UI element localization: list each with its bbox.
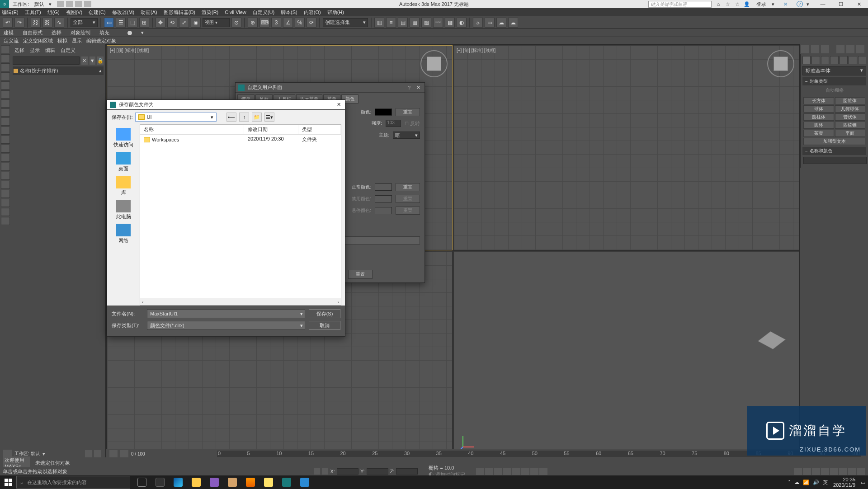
menu-group[interactable]: 组(G)	[47, 9, 60, 16]
tool-icon[interactable]	[1, 108, 10, 117]
tool-icon[interactable]	[1, 90, 10, 99]
taskview-icon[interactable]	[134, 476, 150, 489]
tray-volume-icon[interactable]: 🔊	[813, 480, 819, 485]
up-icon[interactable]: ↑	[239, 113, 249, 122]
close-icon[interactable]: ✕	[335, 101, 342, 108]
tray-ime[interactable]: 英	[823, 479, 828, 486]
view-menu-icon[interactable]: ☰▾	[264, 113, 274, 122]
keyboard-button[interactable]: ⌨	[259, 18, 269, 28]
snap-button[interactable]: 3	[271, 18, 281, 28]
btn-cylinder[interactable]: 圆柱体	[803, 113, 834, 121]
scale-button[interactable]: ⤢	[179, 18, 189, 28]
help-icon[interactable]: ?	[797, 1, 803, 7]
play-icon[interactable]	[476, 468, 484, 475]
filename-input[interactable]: MaxStartUI1▾	[147, 309, 305, 318]
object-name-input[interactable]	[803, 157, 867, 164]
save-button[interactable]: 保存(S)	[309, 309, 340, 318]
menu-help[interactable]: 帮助(H)	[327, 9, 344, 16]
btn-plane[interactable]: 平面	[835, 130, 866, 137]
layer-button[interactable]: ▤	[398, 18, 408, 28]
ws-icon[interactable]	[94, 450, 101, 457]
menu-customize[interactable]: 自定义(U)	[253, 9, 274, 16]
display-tab[interactable]	[840, 56, 848, 64]
login-link[interactable]: 登录	[756, 1, 766, 8]
bind-button[interactable]: ∿	[54, 18, 64, 28]
maximize-button[interactable]: ☐	[832, 0, 850, 8]
col-name[interactable]: 名称	[140, 125, 244, 134]
chevron-down-icon[interactable]: ▾	[42, 451, 45, 457]
menu-view[interactable]: 视图(V)	[66, 9, 83, 16]
tool-icon[interactable]	[1, 136, 10, 144]
nav-icon[interactable]	[821, 468, 829, 475]
ribbon-tab[interactable]: 填充	[99, 29, 109, 36]
app-icon[interactable]	[224, 476, 241, 489]
close-button[interactable]: ✕	[850, 0, 868, 8]
ribbon-button[interactable]: ▧	[421, 18, 431, 28]
select-name-button[interactable]: ☰	[116, 18, 126, 28]
user-icon[interactable]: 👤	[744, 1, 750, 7]
hierarchy-tab[interactable]	[821, 56, 829, 64]
qa-icon[interactable]	[57, 1, 64, 7]
reset-button[interactable]: 重置	[396, 108, 420, 116]
firefox-icon[interactable]	[242, 476, 259, 489]
vp-tool-icon[interactable]	[846, 45, 854, 53]
menu-graph[interactable]: 图形编辑器(D)	[164, 9, 195, 16]
viewcube[interactable]	[420, 50, 448, 77]
modify-tab[interactable]	[811, 56, 820, 64]
tool-icon[interactable]	[1, 163, 10, 171]
menu-render[interactable]: 渲染(R)	[202, 9, 218, 16]
play-icon[interactable]	[512, 468, 520, 475]
link-button[interactable]: ⛓	[31, 18, 41, 28]
curve-editor-button[interactable]: 〰	[433, 18, 443, 28]
btn-cone[interactable]: 圆锥体	[835, 97, 866, 104]
tray-icon[interactable]: ☁	[794, 480, 799, 485]
vp-tool-icon[interactable]	[801, 45, 809, 53]
nav-icon[interactable]	[803, 468, 811, 475]
tool-icon[interactable]	[1, 81, 10, 89]
edge-icon[interactable]	[170, 476, 186, 489]
ribbon-tab[interactable]: 自由形式	[23, 29, 42, 36]
app-icon[interactable]	[260, 476, 277, 489]
nav-icon[interactable]	[830, 468, 838, 475]
dialog-titlebar[interactable]: 自定义用户界面 ? ✕	[236, 83, 425, 93]
manipulate-button[interactable]: ⊕	[248, 18, 258, 28]
tool-icon[interactable]	[1, 172, 10, 180]
scene-tree[interactable]	[13, 75, 104, 165]
vp-tool-icon[interactable]	[811, 45, 819, 53]
select-rect-button[interactable]: ⬚	[127, 18, 137, 28]
tray-chevron-icon[interactable]: ˄	[788, 480, 791, 485]
qa-icon[interactable]	[84, 1, 91, 7]
reset-button[interactable]: 重置	[348, 270, 373, 279]
menu-animation[interactable]: 动画(A)	[141, 9, 157, 16]
ribbon-sub-item[interactable]: 编辑选定对象	[86, 38, 116, 44]
theme-dropdown[interactable]: 暗▾	[393, 132, 420, 139]
location-dropdown[interactable]: UI ▾	[135, 113, 217, 122]
menu-civil[interactable]: Civil View	[225, 9, 246, 15]
layer-explorer-button[interactable]: ▦	[410, 18, 420, 28]
ribbon-sub-item[interactable]: 模拟	[57, 38, 67, 44]
tool-icon[interactable]	[1, 190, 10, 198]
undo-button[interactable]: ↶	[3, 18, 13, 28]
record-icon[interactable]	[127, 31, 132, 35]
tool-icon[interactable]	[1, 45, 10, 53]
menu-modifiers[interactable]: 修改器(M)	[112, 9, 135, 16]
col-type[interactable]: 类型	[298, 125, 341, 134]
btn-box[interactable]: 长方体	[803, 97, 834, 104]
place-pc[interactable]: 此电脑	[116, 200, 131, 220]
viewport-label[interactable]: [+] [前] [标准] [线框]	[457, 47, 495, 54]
3dsmax-icon[interactable]	[278, 476, 295, 489]
start-button[interactable]	[0, 475, 16, 489]
col-date[interactable]: 修改日期	[244, 125, 298, 134]
render-online-button[interactable]: ☁	[508, 18, 518, 28]
ribbon-sub-item[interactable]: 定义流	[4, 38, 19, 44]
placement-button[interactable]: ◉	[191, 18, 201, 28]
spinner-snap-button[interactable]: ⟳	[307, 18, 316, 28]
nav-icon[interactable]	[857, 468, 865, 475]
chevron-down-icon[interactable]: ▾	[141, 30, 144, 36]
ribbon-tab[interactable]: 对象绘制	[71, 29, 90, 36]
tool-icon[interactable]	[1, 99, 10, 108]
viewcube[interactable]	[767, 50, 794, 77]
utility-tab[interactable]	[849, 56, 857, 64]
exchange-icon[interactable]: ☆	[734, 1, 741, 7]
key-icon[interactable]	[109, 450, 118, 457]
